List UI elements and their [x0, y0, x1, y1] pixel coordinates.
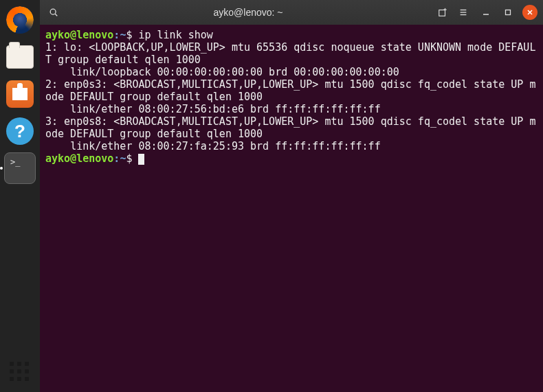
terminal-window: ayko@lenovo: ~ ayko@lenovo:~$ ip link sh…: [40, 0, 543, 392]
window-title: ayko@lenovo: ~: [66, 7, 430, 18]
dock-item-files[interactable]: [4, 41, 36, 73]
output-line: 3: enp0s8: <BROADCAST,MULTICAST,UP,LOWER…: [45, 115, 535, 140]
svg-rect-2: [439, 10, 445, 16]
prompt-user-host: ayko@lenovo: [45, 152, 113, 165]
folder-icon: [6, 45, 34, 69]
cursor: [138, 154, 144, 165]
svg-point-0: [50, 9, 56, 14]
output-line: link/loopback 00:00:00:00:00:00 brd 00:0…: [45, 66, 399, 78]
software-store-icon: [6, 80, 34, 108]
minimize-button[interactable]: [478, 5, 494, 20]
output-line: 2: enp0s3: <BROADCAST,MULTICAST,UP,LOWER…: [45, 78, 535, 103]
hamburger-icon: [458, 8, 468, 17]
show-applications-button[interactable]: [10, 362, 30, 382]
prompt-symbol: $: [126, 29, 132, 41]
terminal-body[interactable]: ayko@lenovo:~$ ip link show1: lo: <LOOPB…: [40, 25, 543, 392]
svg-rect-9: [506, 10, 511, 15]
command-text: ip link show: [138, 29, 212, 41]
minimize-icon: [483, 9, 489, 16]
search-icon: [49, 8, 58, 17]
new-tab-icon: [438, 8, 447, 17]
prompt-symbol: $: [126, 152, 132, 165]
prompt-user-host: ayko@lenovo: [45, 29, 113, 41]
search-button[interactable]: [45, 4, 62, 21]
output-line: link/ether 08:00:27:56:bd:e6 brd ff:ff:f…: [45, 103, 381, 115]
dock-item-terminal[interactable]: >_: [4, 152, 36, 184]
maximize-button[interactable]: [500, 5, 516, 20]
close-icon: [527, 9, 533, 16]
output-line: link/ether 08:00:27:fa:25:93 brd ff:ff:f…: [45, 140, 381, 152]
close-button[interactable]: [522, 5, 538, 20]
terminal-icon: >_: [4, 152, 36, 184]
dock: ? >_: [0, 0, 40, 392]
firefox-icon: [6, 6, 34, 34]
dock-item-help[interactable]: ?: [4, 115, 36, 147]
titlebar[interactable]: ayko@lenovo: ~: [40, 0, 543, 25]
menu-button[interactable]: [455, 4, 472, 21]
help-icon: ?: [6, 117, 34, 145]
dock-item-software[interactable]: [4, 78, 36, 110]
maximize-icon: [505, 9, 511, 16]
new-tab-button[interactable]: [434, 4, 451, 21]
output-line: 1: lo: <LOOPBACK,UP,LOWER_UP> mtu 65536 …: [45, 41, 535, 66]
dock-item-firefox[interactable]: [4, 4, 36, 36]
svg-line-1: [55, 14, 57, 16]
